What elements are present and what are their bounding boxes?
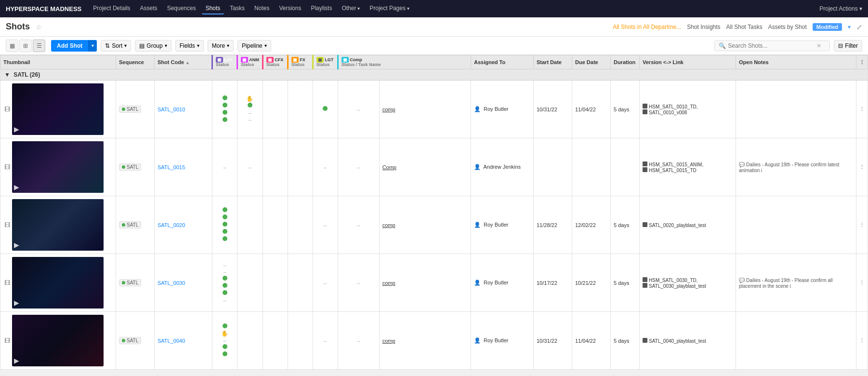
version-link[interactable]: SATL_0020_playblast_test [643,222,733,228]
nav-sequences[interactable]: Sequences [163,3,200,14]
version-icon [643,338,647,343]
task-link[interactable]: comp [382,222,395,228]
fields-button[interactable]: Fields ▾ [175,40,204,52]
th-open-notes[interactable]: Open Notes [736,55,856,69]
options-cell[interactable]: ⋮ [856,138,868,196]
task-link[interactable]: comp [382,107,395,112]
assigned-cell: 👤 Roy Butler [471,196,534,254]
th-comp[interactable]: ▣ Comp Status / Task Name [338,55,471,69]
view-thumbnail[interactable]: ▦ [6,40,18,52]
add-shot-button[interactable]: Add Shot [51,40,88,52]
sequence-cell: SATL [116,196,155,254]
search-clear[interactable]: ✕ [816,42,821,49]
th-sequence[interactable]: Sequence [116,55,155,69]
th-assigned[interactable]: Assigned To [471,55,534,69]
options-cell[interactable]: ⋮ [856,254,868,312]
version-cell: HSM_SATL_0030_TD,SATL_0030_playblast_tes… [640,254,736,312]
quick-link-all-shots[interactable]: All Shots in All Departme... [613,24,681,30]
task-link[interactable]: comp [382,280,395,286]
filter-button[interactable]: ⊟ Filter [834,40,862,52]
star-icon[interactable]: ☆ [36,23,42,31]
th-thumbnail[interactable]: Thumbnail [0,55,116,69]
status-cell: – [237,138,263,196]
due-date: 12/02/22 [575,222,596,228]
th-duration[interactable]: Duration [611,55,640,69]
task-link[interactable]: Comp [382,164,396,170]
shot-code-link[interactable]: SATL_0020 [158,222,185,228]
column-headers: Thumbnail Sequence Shot Code ▲ ▣ LAY [0,55,868,69]
quick-link-shot-insights[interactable]: Shot Insights [687,24,720,30]
thumbnail-image[interactable]: ▶ [12,199,104,251]
version-link[interactable]: SATL_0030_playblast_test [643,283,733,289]
thumbnail-image[interactable]: ▶ [12,141,104,193]
duration-cell: 5 days [611,196,640,254]
options-cell[interactable]: ⋮ [856,312,868,370]
th-fx[interactable]: ▣ FX Status [288,55,313,69]
quick-link-assets-by-shot[interactable]: Assets by Shot [768,24,807,30]
th-version-link[interactable]: Version <-> Link [640,55,736,69]
nav-notes[interactable]: Notes [250,3,273,14]
options-cell[interactable]: ⋮ [856,81,868,138]
status-dot-green [223,351,227,356]
version-link[interactable]: HSM_SATL_0010_TD, [643,104,733,109]
quick-link-all-shot-tasks[interactable]: All Shot Tasks [726,24,763,30]
th-options[interactable]: ⋮ [856,55,868,69]
version-link[interactable]: SATL_0040_playblast_test [643,338,733,344]
project-actions[interactable]: Project Actions ▾ [819,5,862,12]
thumbnail-image[interactable]: ▶ [12,83,104,135]
note-info-icon[interactable]: ℹ [761,168,763,173]
version-link[interactable]: SATL_0010_v008 [643,109,733,115]
options-cell[interactable]: ⋮ [856,196,868,254]
shot-code-link[interactable]: SATL_0010 [158,107,185,112]
more-button[interactable]: More ▾ [208,40,234,52]
sort-button[interactable]: ⇅ Sort ▾ [101,40,131,52]
version-link[interactable]: HSM_SATL_0015_ANIM, [643,161,733,167]
play-button[interactable]: ▶ [14,357,19,364]
view-list[interactable]: ☰ [33,40,45,52]
play-button[interactable]: ▶ [14,241,19,249]
add-shot-dropdown[interactable]: ▾ [88,40,97,52]
nav-shots[interactable]: Shots [202,3,224,14]
search-input[interactable] [728,42,815,49]
nav-versions[interactable]: Versions [275,3,305,14]
play-button[interactable]: ▶ [14,299,19,307]
shot-code-link[interactable]: SATL_0015 [158,164,185,170]
due-date-cell: 11/04/22 [572,81,611,138]
satl-badge: SATL [119,279,141,286]
version-link[interactable]: HSM_SATL_0015_TD [643,167,733,173]
nav-other[interactable]: Other [338,3,364,14]
view-grid[interactable]: ⊞ [19,40,32,52]
nav-project-details[interactable]: Project Details [89,3,134,14]
pipeline-button[interactable]: Pipeline ▾ [237,40,271,52]
shot-code-cell: SATL_0030 [155,254,212,312]
play-button[interactable]: ▶ [14,125,19,133]
nav-project-pages[interactable]: Project Pages [366,3,413,14]
th-anm[interactable]: ▣ ANM Status [237,55,263,69]
status-dot-green [223,110,227,115]
badge-expand[interactable]: ⤢ [856,23,862,31]
play-button[interactable]: ▶ [14,183,19,191]
task-name-cell: comp [379,196,471,254]
nav-playlists[interactable]: Playlists [307,3,336,14]
badge-arrow[interactable]: ▾ [848,24,851,30]
group-expand[interactable]: ▼ [4,71,10,78]
shot-code-link[interactable]: SATL_0030 [158,280,185,286]
th-cfx[interactable]: ▣ CFX Status [263,55,288,69]
th-start-date[interactable]: Start Date [534,55,572,69]
shot-code-link[interactable]: SATL_0040 [158,338,185,344]
group-button[interactable]: ▤ Group ▾ [135,40,171,52]
th-shot-code[interactable]: Shot Code ▲ [155,55,212,69]
th-lgt[interactable]: ▣ LGT Status [313,55,338,69]
nav-assets[interactable]: Assets [136,3,161,14]
thumbnail-image[interactable]: ▶ [12,257,104,309]
group-row-cell: ▼ SATL (26) [0,69,868,81]
th-due-date[interactable]: Due Date [572,55,611,69]
duration-value: 5 days [614,280,629,286]
thumbnail-image[interactable]: ▶ [12,315,104,366]
th-lay[interactable]: ▣ LAY Status [212,55,237,69]
task-link[interactable]: comp [382,338,395,344]
version-icon [643,222,647,227]
version-link[interactable]: HSM_SATL_0030_TD, [643,277,733,283]
nav-tasks[interactable]: Tasks [226,3,249,14]
note-info-icon[interactable]: ℹ [789,283,791,289]
